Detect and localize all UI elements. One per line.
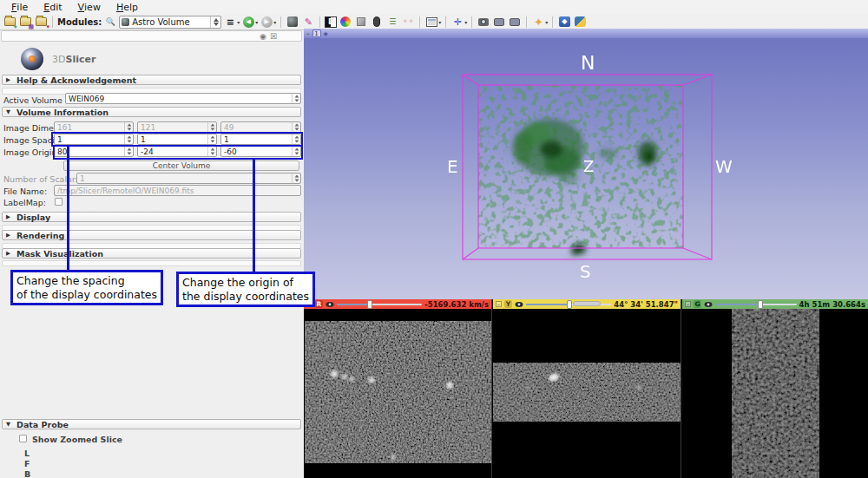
menu-edit[interactable]: Edit xyxy=(36,0,69,14)
eye-icon[interactable] xyxy=(704,301,713,308)
yellow-slice-panel[interactable]: – Y 44° 34' 51.847" xyxy=(493,299,681,478)
origin-z-spinbox[interactable]: -60 xyxy=(220,146,301,157)
expanded-arrow-icon: ▼ xyxy=(6,108,12,115)
scene-view-restore-icon[interactable] xyxy=(508,15,522,29)
spacing-z-spinbox[interactable]: 1 xyxy=(220,134,301,145)
scalars-label: Number of Scalars: xyxy=(3,174,82,184)
labelmap-checkbox[interactable] xyxy=(55,198,62,206)
orientation-z-label: Z xyxy=(583,157,594,175)
filename-field: /tmp/Slicer/RemoteIO/WEIN069.fits xyxy=(54,185,301,196)
section-mask-visualization[interactable]: ▶ Mask Visualization xyxy=(2,248,301,259)
view-pane-number: 1 xyxy=(312,29,321,37)
modules-label: Modules: xyxy=(57,17,102,27)
orientation-e-label: E xyxy=(447,156,458,177)
scene-view-save-icon[interactable] xyxy=(492,15,506,29)
section-volume-information[interactable]: ▼ Volume Information xyxy=(2,107,301,117)
yellow-slice-viewport[interactable] xyxy=(493,309,681,478)
threed-viewport[interactable]: N E Z W S xyxy=(304,38,868,299)
origin-label: Image Origin: xyxy=(3,147,60,157)
filename-label: File Name: xyxy=(3,187,47,196)
spacing-callout-line xyxy=(67,145,69,270)
red-slice-value: -5169.632 km/s xyxy=(424,300,489,309)
threed-view[interactable]: – 1 ◈ xyxy=(304,29,868,299)
favorite-stars-icon: ✦✦ xyxy=(401,15,415,29)
center-volume-button[interactable]: Center Volume xyxy=(63,160,299,171)
module-search-icon[interactable]: 🔍 xyxy=(103,15,117,29)
green-slice-slider[interactable] xyxy=(715,304,797,305)
save-icon[interactable]: ▾ xyxy=(34,15,48,29)
splitter-grip[interactable] xyxy=(573,301,601,306)
menu-help[interactable]: Help xyxy=(108,0,146,14)
mouse-interaction-icon[interactable] xyxy=(370,15,384,29)
module-history-icon[interactable]: ≡ xyxy=(223,15,237,29)
yellow-slice-value: 44° 34' 51.847" xyxy=(614,300,678,309)
expanded-arrow-icon: ▼ xyxy=(6,421,12,428)
collapsed-arrow-icon: ▶ xyxy=(6,76,12,83)
section-display[interactable]: ▶ Display xyxy=(2,212,301,222)
module-home-icon[interactable] xyxy=(286,15,299,29)
menu-view[interactable]: View xyxy=(70,0,108,14)
red-slice-viewport[interactable] xyxy=(304,309,491,478)
combo-spinner-icon[interactable] xyxy=(210,16,219,28)
sparkle-icon[interactable]: ✦ xyxy=(531,15,545,29)
pinwheel-icon[interactable] xyxy=(339,15,352,29)
panel-top-bar: ◉ ☒ xyxy=(1,30,302,42)
module-selector[interactable]: Astro Volume xyxy=(119,16,221,29)
collapsed-arrow-icon: ▶ xyxy=(6,213,12,220)
active-volume-label: Active Volume xyxy=(3,95,62,105)
view-menu-diamond-icon[interactable]: ◈ xyxy=(324,30,328,37)
minimize-icon[interactable]: – xyxy=(496,301,502,307)
red-slice-slider[interactable] xyxy=(337,304,422,305)
green-slice-panel[interactable]: – G 4h 51m 30.664s xyxy=(682,299,868,478)
python-console-icon[interactable] xyxy=(573,15,587,29)
dim-y-spinbox: 121 xyxy=(137,121,217,133)
show-zoomed-slice-checkbox[interactable] xyxy=(19,435,27,442)
collapsed-arrow-icon: ▶ xyxy=(6,250,12,257)
crosshair-icon[interactable]: ✛ xyxy=(450,15,464,29)
origin-x-spinbox[interactable]: 80 xyxy=(54,146,134,157)
orientation-n-label: N xyxy=(581,52,595,74)
red-slice-panel[interactable]: – R -5169.632 km/s xyxy=(304,299,492,478)
red-slice-bar: – R -5169.632 km/s xyxy=(304,299,491,309)
forward-arrow-icon[interactable]: ▶ xyxy=(260,15,273,29)
origin-note: Change the origin of the display coordin… xyxy=(176,272,315,307)
back-arrow-icon[interactable]: ◀ xyxy=(241,15,255,29)
spacing-y-spinbox[interactable]: 1 xyxy=(137,134,217,145)
slicer-logo: 3DSlicer xyxy=(21,48,95,70)
collapsed-arrow-icon: ▶ xyxy=(6,232,12,239)
panel-pin-icon[interactable]: ◉ xyxy=(260,32,266,41)
section-rendering[interactable]: ▶ Rendering xyxy=(2,230,301,240)
spacing-x-spinbox[interactable]: 1 xyxy=(54,134,134,145)
section-help[interactable]: ▶ Help & Acknowledgement xyxy=(2,75,301,85)
load-dicom-icon[interactable]: ▦ xyxy=(18,15,32,29)
eye-icon[interactable] xyxy=(326,301,334,308)
eye-icon[interactable] xyxy=(515,301,523,308)
origin-callout-line xyxy=(253,158,255,272)
section-data-probe[interactable]: ▼ Data Probe xyxy=(2,419,301,429)
extensions-manager-icon[interactable]: ◆ xyxy=(557,15,571,29)
combo-arrows-icon[interactable] xyxy=(292,94,300,103)
menu-file[interactable]: File xyxy=(3,0,36,14)
green-slice-letter: G xyxy=(694,300,701,308)
green-slice-bar: – G 4h 51m 30.664s xyxy=(682,299,868,309)
layout-icon[interactable] xyxy=(424,15,438,29)
view-minimize-icon[interactable]: – xyxy=(306,30,310,37)
active-volume-combo[interactable]: WEIN069 xyxy=(65,93,301,104)
axis-b-label: B xyxy=(24,469,30,478)
slicer-logo-icon xyxy=(21,48,43,70)
scalars-spinbox: 1 xyxy=(76,173,301,184)
slice-viewers: – R -5169.632 km/s xyxy=(304,299,868,478)
green-slice-viewport[interactable] xyxy=(682,309,868,478)
load-data-icon[interactable]: ＋ xyxy=(3,15,16,29)
minimize-icon[interactable]: – xyxy=(685,301,691,307)
axis-l-label: L xyxy=(24,449,30,458)
screen-capture-bw-icon[interactable]: B xyxy=(325,16,337,28)
origin-y-spinbox[interactable]: -24 xyxy=(137,146,217,157)
gray-cube-icon[interactable] xyxy=(354,15,368,29)
module-hierarchy-icon[interactable]: ☰ xyxy=(385,15,399,29)
orientation-w-label: W xyxy=(715,156,733,177)
panel-close-icon[interactable]: ☒ xyxy=(270,32,277,41)
annotation-pencil-icon[interactable]: ✎ xyxy=(301,15,315,29)
spacing-note: Change the spacing of the display coordi… xyxy=(10,270,163,305)
screenshot-icon[interactable] xyxy=(477,15,490,29)
